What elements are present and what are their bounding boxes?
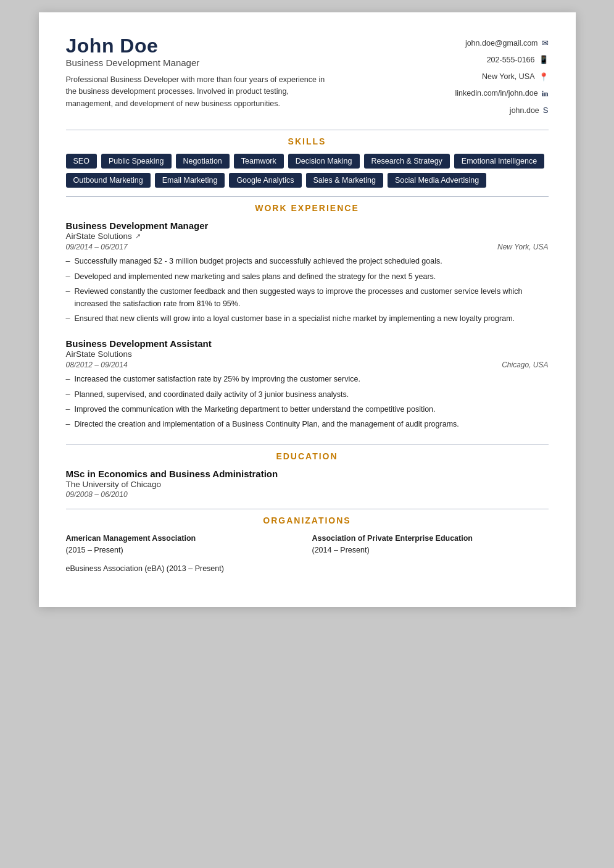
skill-tag: Google Analytics bbox=[229, 173, 301, 188]
org-item: Association of Private Enterprise Educat… bbox=[312, 533, 549, 556]
job-bullet: Developed and implemented new marketing … bbox=[66, 271, 549, 283]
skill-tag: Public Speaking bbox=[101, 154, 172, 169]
skype-text: john.doe bbox=[510, 102, 539, 119]
phone-icon: 📱 bbox=[539, 51, 549, 68]
linkedin-icon: in bbox=[542, 85, 549, 102]
edu-degree: MSc in Economics and Business Administra… bbox=[66, 469, 549, 479]
edu-container: MSc in Economics and Business Administra… bbox=[66, 469, 549, 499]
skill-tag: Teamwork bbox=[234, 154, 284, 169]
skill-tag: Email Marketing bbox=[155, 173, 225, 188]
location-icon: 📍 bbox=[539, 69, 549, 85]
job-title: Business Development Manager bbox=[66, 220, 549, 231]
candidate-summary: Professional Business Developer with mor… bbox=[66, 74, 338, 110]
phone-text: 202-555-0166 bbox=[487, 52, 535, 68]
job-bullet: Successfully managed $2 - 3 million budg… bbox=[66, 256, 549, 267]
job-company: AirState Solutions bbox=[66, 232, 132, 241]
skills-divider-top bbox=[66, 130, 549, 130]
work-section-title: WORK EXPERIENCE bbox=[66, 203, 549, 213]
skills-section-title: SKILLS bbox=[66, 136, 549, 146]
candidate-title: Business Development Manager bbox=[66, 57, 338, 68]
location-text: New York, USA bbox=[482, 69, 534, 85]
linkedin-row: linkedin.com/in/john.doe in bbox=[413, 85, 549, 102]
candidate-name: John Doe bbox=[66, 35, 338, 57]
org-item: eBusiness Association (eBA) (2013 – Pres… bbox=[66, 563, 549, 575]
education-divider-top bbox=[66, 444, 549, 445]
header-left: John Doe Business Development Manager Pr… bbox=[66, 35, 338, 110]
org-container: American Management Association(2015 – P… bbox=[66, 533, 549, 582]
job-bullet: Improved the communication with the Mark… bbox=[66, 404, 549, 415]
org-divider-top bbox=[66, 509, 549, 509]
job-dates-row: 09/2014 – 06/2017 New York, USA bbox=[66, 243, 549, 251]
education-section-title: EDUCATION bbox=[66, 451, 549, 461]
job-bullet: Ensured that new clients will grow into … bbox=[66, 313, 549, 325]
skype-row: john.doe S bbox=[413, 102, 549, 119]
job-block: Business Development Manager AirState So… bbox=[66, 220, 549, 325]
skill-tag: Research & Strategy bbox=[364, 154, 450, 169]
contact-info: john.doe@gmail.com ✉ 202-555-0166 📱 New … bbox=[413, 35, 549, 119]
job-title: Business Development Assistant bbox=[66, 338, 549, 349]
skill-tag: Emotional Intelligence bbox=[454, 154, 544, 169]
job-dates-row: 08/2012 – 09/2014 Chicago, USA bbox=[66, 361, 549, 369]
header-section: John Doe Business Development Manager Pr… bbox=[66, 35, 549, 119]
job-bullets-list: Successfully managed $2 - 3 million budg… bbox=[66, 256, 549, 325]
skype-icon: S bbox=[543, 102, 549, 119]
phone-row: 202-555-0166 📱 bbox=[413, 51, 549, 68]
skill-tag: Decision Making bbox=[288, 154, 360, 169]
skills-tags-container: SEOPublic SpeakingNegotiationTeamworkDec… bbox=[66, 154, 549, 188]
skills-divider-bottom bbox=[66, 196, 549, 197]
work-experience-section: WORK EXPERIENCE Business Development Man… bbox=[66, 203, 549, 430]
edu-block: MSc in Economics and Business Administra… bbox=[66, 469, 549, 499]
skill-tag: Outbound Marketing bbox=[66, 173, 151, 188]
job-company-row: AirState Solutions ↗ bbox=[66, 232, 549, 241]
org-item: American Management Association(2015 – P… bbox=[66, 533, 302, 556]
jobs-container: Business Development Manager AirState So… bbox=[66, 220, 549, 430]
organizations-section: ORGANIZATIONS American Management Associ… bbox=[66, 515, 549, 582]
skill-tag: Social Media Advertising bbox=[388, 173, 486, 188]
org-section-title: ORGANIZATIONS bbox=[66, 515, 549, 525]
skill-tag: Sales & Marketing bbox=[306, 173, 383, 188]
email-row: john.doe@gmail.com ✉ bbox=[413, 35, 549, 51]
edu-school: The University of Chicago bbox=[66, 480, 549, 489]
job-bullet: Directed the creation and implementation… bbox=[66, 419, 549, 430]
location-row: New York, USA 📍 bbox=[413, 69, 549, 85]
job-company-row: AirState Solutions bbox=[66, 349, 549, 359]
job-block: Business Development Assistant AirState … bbox=[66, 338, 549, 431]
job-dates: 08/2012 – 09/2014 bbox=[66, 361, 128, 369]
linkedin-text: linkedin.com/in/john.doe bbox=[455, 85, 538, 101]
job-dates: 09/2014 – 06/2017 bbox=[66, 243, 128, 251]
skill-tag: SEO bbox=[66, 154, 97, 169]
edu-dates: 09/2008 – 06/2010 bbox=[66, 490, 549, 499]
job-bullet: Increased the customer satisfaction rate… bbox=[66, 373, 549, 385]
email-icon: ✉ bbox=[542, 35, 549, 51]
skill-tag: Negotiation bbox=[176, 154, 230, 169]
job-bullet: Planned, supervised, and coordinated dai… bbox=[66, 389, 549, 401]
resume-page: John Doe Business Development Manager Pr… bbox=[39, 12, 576, 607]
job-bullets-list: Increased the customer satisfaction rate… bbox=[66, 373, 549, 431]
job-company: AirState Solutions bbox=[66, 349, 132, 359]
email-text: john.doe@gmail.com bbox=[465, 35, 538, 51]
external-link-icon: ↗ bbox=[135, 232, 141, 240]
job-location: New York, USA bbox=[497, 243, 548, 251]
job-bullet: Reviewed constantly the customer feedbac… bbox=[66, 286, 549, 310]
job-location: Chicago, USA bbox=[502, 361, 548, 369]
skills-section: SKILLS SEOPublic SpeakingNegotiationTeam… bbox=[66, 136, 549, 188]
education-section: EDUCATION MSc in Economics and Business … bbox=[66, 451, 549, 499]
